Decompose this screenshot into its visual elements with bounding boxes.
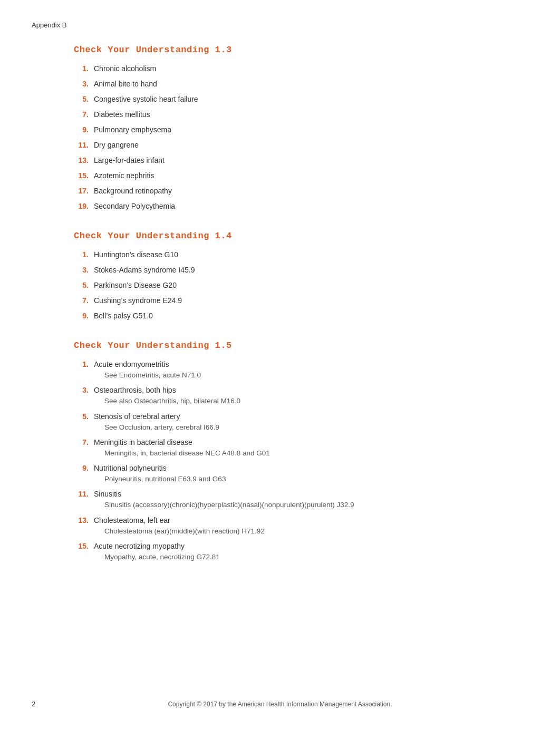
section-title-cyu15: Check Your Understanding 1.5	[74, 341, 528, 351]
item-content: Diabetes mellitus	[94, 109, 528, 120]
item-number: 3.	[74, 385, 94, 396]
item-number: 11.	[74, 140, 94, 151]
list-item: 7.Diabetes mellitus	[74, 109, 528, 120]
item-content: Stokes-Adams syndrome I45.9	[94, 265, 528, 276]
item-content: Osteoarthrosis, both hipsSee also Osteoa…	[94, 385, 528, 406]
item-number: 1.	[74, 249, 94, 260]
copyright: Copyright © 2017 by the American Health …	[0, 701, 560, 708]
list-item: 1.Huntington’s disease G10	[74, 249, 528, 260]
item-content: Parkinson’s Disease G20	[94, 280, 528, 291]
item-sub: Polyneuritis, nutritional E63.9 and G63	[94, 474, 528, 484]
item-number: 3.	[74, 79, 94, 90]
list-item: 13.Large-for-dates infant	[74, 155, 528, 166]
item-number: 11.	[74, 489, 94, 500]
item-content: Acute endomyometritisSee Endometritis, a…	[94, 359, 528, 381]
item-content: Congestive systolic heart failure	[94, 94, 528, 105]
list-item: 9.Nutritional polyneuritisPolyneuritis, …	[74, 463, 528, 484]
list-item: 9.Bell’s palsy G51.0	[74, 310, 528, 322]
list-item: 11.Dry gangrene	[74, 140, 528, 151]
item-number: 13.	[74, 155, 94, 166]
item-number: 13.	[74, 515, 94, 526]
list-item: 5.Congestive systolic heart failure	[74, 94, 528, 105]
list-item: 19.Secondary Polycythemia	[74, 201, 528, 212]
item-number: 7.	[74, 437, 94, 448]
item-content: Azotemic nephritis	[94, 170, 528, 181]
item-content: SinusitisSinusitis (accessory)(chronic)(…	[94, 489, 528, 510]
item-sub: See Occlusion, artery, cerebral I66.9	[94, 422, 528, 433]
item-content: Cholesteatoma, left earCholesteatoma (ea…	[94, 515, 528, 537]
section-cyu15: Check Your Understanding 1.51.Acute endo…	[74, 341, 528, 562]
list-item: 11.SinusitisSinusitis (accessory)(chroni…	[74, 489, 528, 510]
item-content: Large-for-dates infant	[94, 155, 528, 166]
item-number: 19.	[74, 201, 94, 212]
item-sub: Myopathy, acute, necrotizing G72.81	[94, 552, 528, 562]
list-item: 5.Stenosis of cerebral arterySee Occlusi…	[74, 411, 528, 433]
item-number: 5.	[74, 280, 94, 291]
item-sub: Cholesteatoma (ear)(middle)(with reactio…	[94, 526, 528, 537]
item-content: Animal bite to hand	[94, 79, 528, 90]
list-item: 7.Meningitis in bacterial diseaseMeningi…	[74, 437, 528, 459]
item-content: Acute necrotizing myopathyMyopathy, acut…	[94, 541, 528, 562]
list-cyu15: 1.Acute endomyometritisSee Endometritis,…	[74, 359, 528, 562]
list-cyu13: 1.Chronic alcoholism3.Animal bite to han…	[74, 63, 528, 212]
item-number: 1.	[74, 359, 94, 370]
item-content: Chronic alcoholism	[94, 63, 528, 74]
item-sub: Sinusitis (accessory)(chronic)(hyperplas…	[94, 500, 528, 510]
list-item: 7.Cushing’s syndrome E24.9	[74, 295, 528, 306]
section-title-cyu13: Check Your Understanding 1.3	[74, 45, 528, 55]
item-number: 17.	[74, 186, 94, 197]
item-content: Bell’s palsy G51.0	[94, 310, 528, 322]
item-content: Pulmonary emphysema	[94, 124, 528, 135]
list-item: 15.Azotemic nephritis	[74, 170, 528, 181]
item-content: Nutritional polyneuritisPolyneuritis, nu…	[94, 463, 528, 484]
list-cyu14: 1.Huntington’s disease G103.Stokes-Adams…	[74, 249, 528, 322]
item-number: 3.	[74, 265, 94, 276]
item-number: 1.	[74, 63, 94, 74]
item-content: Background retinopathy	[94, 186, 528, 197]
list-item: 3.Stokes-Adams syndrome I45.9	[74, 265, 528, 276]
item-number: 5.	[74, 94, 94, 105]
item-number: 9.	[74, 463, 94, 474]
item-sub: See also Osteoarthritis, hip, bilateral …	[94, 396, 528, 406]
list-item: 9.Pulmonary emphysema	[74, 124, 528, 135]
appendix-label: Appendix B	[32, 21, 528, 29]
item-number: 5.	[74, 411, 94, 422]
item-content: Secondary Polycythemia	[94, 201, 528, 212]
list-item: 13.Cholesteatoma, left earCholesteatoma …	[74, 515, 528, 537]
item-number: 9.	[74, 124, 94, 135]
item-sub: See Endometritis, acute N71.0	[94, 370, 528, 381]
item-number: 7.	[74, 295, 94, 306]
item-content: Stenosis of cerebral arterySee Occlusion…	[94, 411, 528, 433]
section-title-cyu14: Check Your Understanding 1.4	[74, 231, 528, 241]
item-number: 7.	[74, 109, 94, 120]
item-sub: Meningitis, in, bacterial disease NEC A4…	[94, 448, 528, 459]
item-content: Dry gangrene	[94, 140, 528, 151]
section-cyu14: Check Your Understanding 1.41.Huntington…	[74, 231, 528, 322]
list-item: 1.Acute endomyometritisSee Endometritis,…	[74, 359, 528, 381]
item-content: Huntington’s disease G10	[94, 249, 528, 260]
item-content: Meningitis in bacterial diseaseMeningiti…	[94, 437, 528, 459]
item-number: 9.	[74, 310, 94, 322]
item-content: Cushing’s syndrome E24.9	[94, 295, 528, 306]
item-number: 15.	[74, 541, 94, 552]
item-number: 15.	[74, 170, 94, 181]
list-item: 15.Acute necrotizing myopathyMyopathy, a…	[74, 541, 528, 562]
list-item: 17.Background retinopathy	[74, 186, 528, 197]
list-item: 5.Parkinson’s Disease G20	[74, 280, 528, 291]
list-item: 1.Chronic alcoholism	[74, 63, 528, 74]
list-item: 3.Animal bite to hand	[74, 79, 528, 90]
list-item: 3.Osteoarthrosis, both hipsSee also Oste…	[74, 385, 528, 406]
section-cyu13: Check Your Understanding 1.31.Chronic al…	[74, 45, 528, 212]
